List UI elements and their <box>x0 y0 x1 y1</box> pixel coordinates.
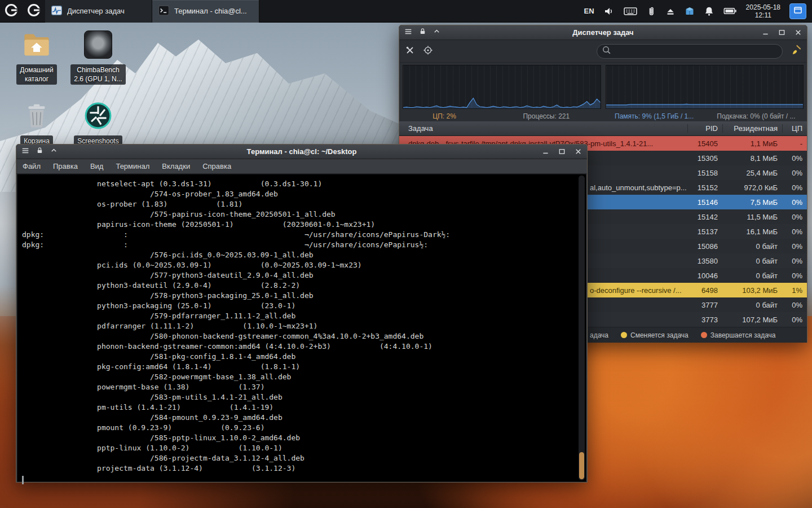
minimize-button[interactable] <box>761 28 770 37</box>
logo-icon <box>4 3 19 20</box>
desktop-icon-label: Домашнийкаталог <box>16 64 57 85</box>
desktop-icon-screenshots[interactable]: Screenshoots <box>70 100 126 147</box>
yellow-dot-icon <box>621 332 627 338</box>
scrollbar-thumb[interactable] <box>579 452 584 479</box>
keyboard-icon[interactable] <box>624 6 637 16</box>
stats-bar: ЦП: 2% Процессы: 221 Память: 9% (1,5 ГиБ… <box>399 111 807 121</box>
menu-icon[interactable] <box>21 146 30 157</box>
desktop-icon-trash[interactable]: Корзина <box>8 100 65 147</box>
graphs <box>399 63 807 111</box>
top-panel: Диспетчер задач Терминал - chia@cl... EN… <box>0 0 812 23</box>
terminal-icon <box>158 5 170 18</box>
column-pid[interactable]: PID <box>687 124 722 133</box>
memory-stat: Память: 9% (1,5 ГиБ / 1... <box>615 112 694 120</box>
menu-edit[interactable]: Правка <box>47 162 84 170</box>
search-icon <box>602 45 611 57</box>
menu-file[interactable]: Файл <box>16 162 47 170</box>
keyboard-layout-indicator[interactable]: EN <box>584 7 594 15</box>
terminal-window: Терминал - chia@cl: ~/Desktop Файл Правк… <box>16 144 588 483</box>
desktop-icon-chimbabench[interactable]: ChimbaBench2.6 (GPU 1, N... <box>70 29 126 85</box>
lock-icon[interactable] <box>36 146 44 157</box>
rollup-icon[interactable] <box>433 27 441 38</box>
notifications-icon[interactable] <box>704 6 714 16</box>
logo-icon <box>27 3 41 20</box>
app-launcher-2[interactable] <box>23 0 45 23</box>
chimbabench-icon <box>70 29 126 60</box>
taskbar-item-label: Терминал - chia@cl... <box>174 7 247 15</box>
menu-tabs[interactable]: Вкладки <box>156 162 196 170</box>
search-input[interactable] <box>615 47 778 55</box>
cpu-stat: ЦП: 2% <box>433 112 456 120</box>
battery-icon[interactable] <box>723 7 737 15</box>
taskbar-item-label: Диспетчер задач <box>67 7 125 15</box>
terminal-output: netselect-apt (0.3.ds1-31) (0.3.ds1-30.1… <box>17 174 586 481</box>
legend-new-task: адача <box>590 331 608 339</box>
window-glyph-icon <box>793 5 803 17</box>
cpu-graph <box>403 65 601 109</box>
broom-icon[interactable] <box>791 45 801 58</box>
tools-icon[interactable] <box>405 45 415 58</box>
window-title: Терминал - chia@cl: ~/Desktop <box>16 147 587 156</box>
swap-stat: Подкачка: 0% (0 байт / ... <box>717 112 795 120</box>
column-cpu[interactable]: ЦП <box>782 124 807 133</box>
terminal-titlebar[interactable]: Терминал - chia@cl: ~/Desktop <box>16 144 587 159</box>
show-desktop-button[interactable] <box>789 3 806 19</box>
clock[interactable]: 2025-05-18 12:11 <box>746 3 780 19</box>
home-folder-icon <box>8 29 65 60</box>
eject-icon[interactable] <box>665 6 676 16</box>
terminal-viewport[interactable]: netselect-apt (0.3.ds1-31) (0.3.ds1-30.1… <box>17 174 586 482</box>
window-title: Диспетчер задач <box>399 28 807 37</box>
terminal-scrollbar[interactable] <box>579 176 585 480</box>
legend-changing-task: Сменяется задача <box>621 331 689 339</box>
maximize-button[interactable] <box>558 147 566 156</box>
volume-icon[interactable] <box>603 6 615 17</box>
minimize-button[interactable] <box>541 147 550 156</box>
terminal-menubar: Файл Правка Вид Терминал Вкладки Справка <box>16 159 587 174</box>
legend-ending-task: Завершается задача <box>701 331 776 339</box>
terminal-cursor <box>22 476 24 484</box>
processes-stat: Процессы: 221 <box>523 112 570 120</box>
table-header[interactable]: Задача PID Резидентная ЦП <box>399 121 807 136</box>
taskbar-item-terminal[interactable]: Терминал - chia@cl... <box>152 0 259 23</box>
search-field[interactable] <box>597 44 783 59</box>
lock-icon[interactable] <box>418 27 427 38</box>
column-resident[interactable]: Резидентная <box>722 124 782 133</box>
close-button[interactable] <box>794 28 802 37</box>
taskbar-item-taskmanager[interactable]: Диспетчер задач <box>45 0 152 23</box>
close-button[interactable] <box>574 147 582 156</box>
memory-graph <box>606 65 804 109</box>
clock-time: 12:11 <box>746 11 780 19</box>
target-icon[interactable] <box>423 45 433 58</box>
screenshots-icon <box>70 100 126 131</box>
updates-icon[interactable] <box>685 6 695 16</box>
menu-terminal[interactable]: Терминал <box>109 162 156 170</box>
rollup-icon[interactable] <box>50 146 58 157</box>
menu-view[interactable]: Вид <box>84 162 110 170</box>
taskmanager-icon <box>51 5 63 18</box>
desktop: Домашнийкаталог ChimbaBench2.6 (GPU 1, N… <box>0 0 812 508</box>
menu-icon[interactable] <box>404 27 413 38</box>
menu-help[interactable]: Справка <box>196 162 237 170</box>
task-manager-titlebar[interactable]: Диспетчер задач <box>399 25 807 40</box>
task-manager-toolbar <box>399 40 807 63</box>
app-launcher-1[interactable] <box>0 0 23 23</box>
desktop-icon-label: ChimbaBench2.6 (GPU 1, N... <box>70 64 125 85</box>
clock-date: 2025-05-18 <box>746 3 780 11</box>
clipboard-icon[interactable] <box>646 6 656 17</box>
column-task[interactable]: Задача <box>399 124 687 133</box>
maximize-button[interactable] <box>778 28 786 37</box>
desktop-icon-home[interactable]: Домашнийкаталог <box>8 29 65 85</box>
trash-icon <box>8 100 65 131</box>
orange-dot-icon <box>701 332 707 338</box>
